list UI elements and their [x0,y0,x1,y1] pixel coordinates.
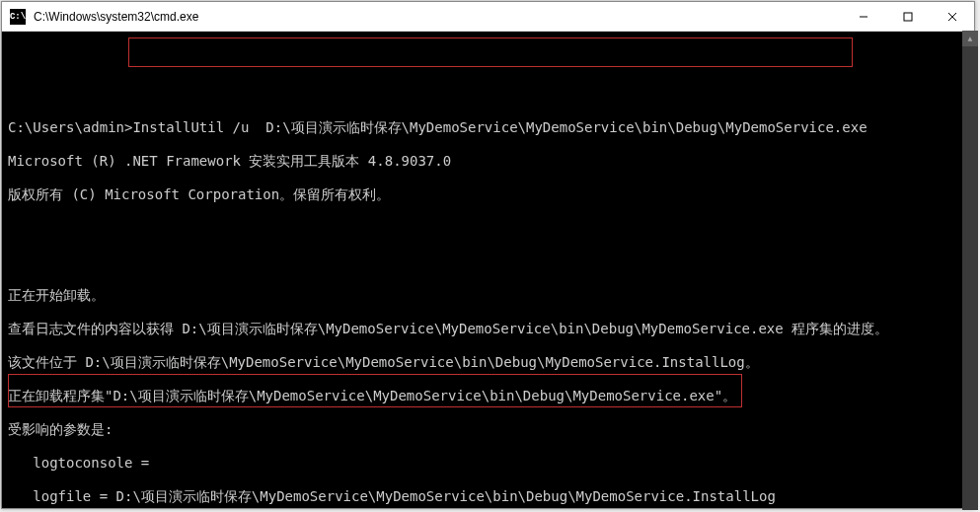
terminal-line: 该文件位于 D:\项目演示临时保存\MyDemoService\MyDemoSe… [8,354,968,371]
titlebar[interactable]: C:\ C:\Windows\system32\cmd.exe [2,2,974,32]
terminal-line [8,254,968,270]
minimize-icon [859,12,868,22]
minimize-button[interactable] [841,2,885,31]
terminal-line: 正在开始卸载。 [8,287,968,304]
terminal-line: 受影响的参数是: [8,421,968,438]
maximize-button[interactable] [885,2,930,31]
terminal-line: Microsoft (R) .NET Framework 安装实用工具版本 4.… [8,153,968,170]
cmd-icon: C:\ [10,9,26,25]
terminal-line: logtoconsole = [8,455,968,472]
close-button[interactable] [930,2,974,31]
cmd-window: C:\ C:\Windows\system32\cmd.exe C:\Users… [1,1,975,509]
svg-rect-1 [904,13,912,21]
terminal-output[interactable]: C:\Users\admin>InstallUtil /u D:\项目演示临时保… [2,32,974,508]
maximize-icon [903,12,913,22]
window-title: C:\Windows\system32\cmd.exe [32,10,841,24]
terminal-line [8,220,968,237]
vertical-scrollbar[interactable]: ▲ [962,31,978,510]
terminal-line: 版权所有 (C) Microsoft Corporation。保留所有权利。 [8,186,968,203]
terminal-line: 查看日志文件的内容以获得 D:\项目演示临时保存\MyDemoService\M… [8,321,968,337]
scrollbar-track[interactable]: ▲ [962,31,978,510]
close-icon [947,12,957,22]
terminal-line: logfile = D:\项目演示临时保存\MyDemoService\MyDe… [8,488,968,505]
highlight-box-command [128,37,853,67]
terminal-line [8,86,968,103]
scroll-up-button[interactable]: ▲ [962,31,978,46]
terminal-line: 正在卸载程序集"D:\项目演示临时保存\MyDemoService\MyDemo… [8,388,968,404]
window-controls [841,2,974,31]
terminal-line: C:\Users\admin>InstallUtil /u D:\项目演示临时保… [8,119,968,136]
